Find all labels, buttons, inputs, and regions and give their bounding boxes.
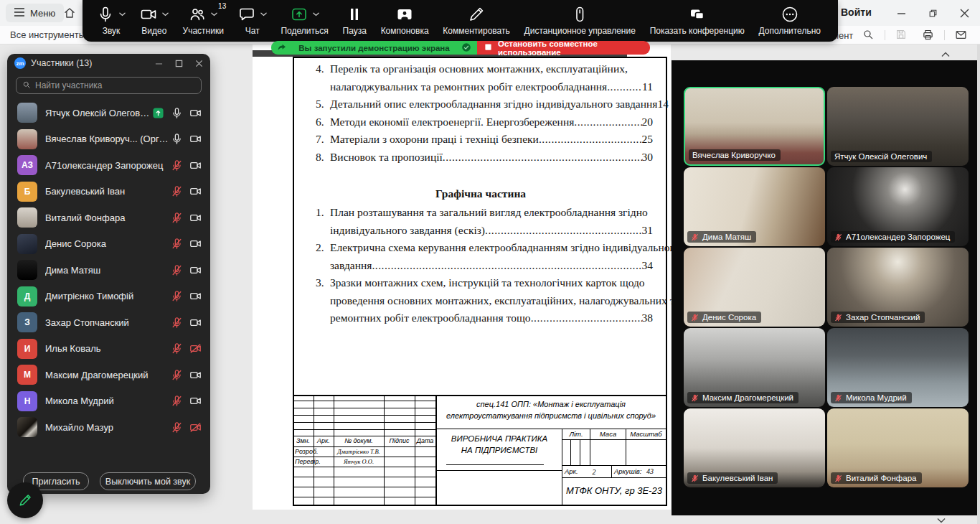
video-tile[interactable]: Максим Драгомерецкий [684, 328, 825, 407]
toolbar-more-button[interactable]: Дополнительно [759, 4, 821, 36]
section-heading: Графічна частина [308, 185, 653, 203]
annotation-pencil-button[interactable] [7, 482, 43, 518]
camera-icon [189, 395, 202, 407]
participant-row[interactable]: ДДмитрієнко Тимофій [7, 284, 210, 310]
toolbar-chat-button[interactable]: Чат [238, 4, 267, 36]
toc-page-number: 30 [642, 149, 654, 167]
participant-row[interactable]: ББакулевський Іван [7, 179, 210, 205]
video-tile[interactable]: А71олександер Запорожец [827, 167, 969, 246]
stop-share-button[interactable]: Остановить совместное использование [477, 41, 650, 55]
app-menu-button[interactable]: Меню [6, 4, 64, 22]
chevron-down-icon[interactable] [211, 12, 217, 17]
window-close-button[interactable] [954, 5, 974, 21]
toolbar-remote-control-button[interactable]: Дистанционное управление [524, 4, 636, 36]
camera-icon [189, 264, 202, 276]
panel-close-icon[interactable] [192, 57, 206, 70]
participant-row[interactable]: ИИлья Коваль [7, 336, 210, 362]
layout-icon [396, 6, 413, 23]
camera-icon [189, 107, 202, 119]
mail-icon[interactable] [955, 29, 967, 41]
participant-row[interactable]: Вячеслав Криворуч... (Организатор) [7, 126, 210, 153]
participants-count-badge: 13 [218, 2, 226, 10]
home-icon[interactable] [60, 4, 79, 22]
participant-name: Микола Мудрий [45, 396, 171, 406]
participant-name: Максим Драгомерецкий [45, 370, 171, 380]
toolbar-share-button[interactable]: Поделиться [281, 4, 328, 36]
participant-search[interactable] [16, 77, 202, 94]
zoom-meeting-toolbar: ЗвукВидео13УчастникиЧатПоделитьсяПаузаКо… [83, 0, 838, 42]
video-tile[interactable]: Виталий Фонфара [827, 408, 969, 487]
toolbar-participants-button[interactable]: 13Участники [183, 4, 224, 36]
video-tile[interactable]: Микола Мудрий [827, 328, 969, 407]
save-icon[interactable] [895, 29, 907, 40]
window-restore-button[interactable] [923, 5, 943, 21]
participant-row[interactable]: Дима Матяш [7, 257, 210, 284]
avatar [17, 129, 37, 149]
toc-line-text: Висновок та пропозиції [330, 149, 443, 167]
toolbar-label: Показать конференцию [650, 26, 745, 36]
participant-row[interactable]: Ятчук Олексій Олегович (Я) [7, 100, 210, 126]
panel-maximize-icon[interactable] [171, 57, 186, 70]
toolbar-separator [944, 30, 945, 40]
tb-line [666, 395, 667, 506]
participants-panel-header: zm Участники (13) [7, 54, 210, 72]
print-icon[interactable] [922, 29, 934, 41]
toolbar-video-button[interactable]: Видео [140, 4, 169, 36]
video-tile[interactable]: Бакулевський Іван [684, 408, 825, 487]
window-minimize-button[interactable] [891, 5, 911, 21]
toc-page-number: 25 [642, 131, 654, 149]
participant-row[interactable]: Денис Сорока [7, 231, 210, 258]
video-tile[interactable]: Денис Сорока [684, 248, 825, 327]
tb-lit-label: Літ. [562, 429, 590, 439]
tb-line [562, 465, 667, 466]
toc-line-text: Детальний опис електрообладнання згідно … [330, 95, 657, 113]
camera-off-icon [189, 342, 202, 355]
video-name-pill: Бакулевський Іван [687, 472, 778, 484]
participant-search-input[interactable] [35, 80, 195, 90]
participant-row[interactable]: АЗА71олександер Запорожец [7, 152, 210, 179]
participant-row[interactable]: Михайло Мазур [7, 414, 210, 441]
chevron-down-icon[interactable] [260, 12, 267, 17]
toc-line: 7.Матеріали з охорони праці і техніці бе… [308, 131, 653, 149]
toc-line-number: 4. [316, 60, 324, 78]
mic-muted-icon [834, 394, 842, 402]
mic-muted-icon [834, 314, 842, 322]
toolbar-annotate-button[interactable]: Комментировать [443, 4, 509, 36]
scroll-up-icon[interactable] [941, 47, 950, 60]
mic-icon [171, 133, 183, 145]
toc-line-text: індивідуального завдання (ескіз) [330, 222, 485, 240]
dot-leader: ........................................… [607, 78, 642, 96]
avatar [17, 234, 37, 254]
login-button[interactable]: Войти [841, 6, 872, 18]
mic-muted-icon [834, 233, 842, 241]
toolbar-label: Поделиться [281, 26, 328, 36]
participant-row[interactable]: Виталий Фонфара [7, 205, 210, 231]
chevron-down-icon[interactable] [119, 12, 126, 17]
video-tile[interactable]: Ятчук Олексій Олегович [827, 87, 969, 166]
toc-line: 5.Детальний опис електрообладнання згідн… [308, 95, 653, 113]
toolbar-label: Компоновка [381, 26, 429, 36]
all-tools-label[interactable]: Все инструменты [10, 29, 85, 40]
toolbar-layout-button[interactable]: Компоновка [381, 4, 429, 36]
scrollbar-track[interactable] [977, 45, 980, 524]
chevron-down-icon[interactable] [162, 12, 169, 17]
participant-row[interactable]: НМикола Мудрий [7, 388, 210, 415]
video-tile[interactable]: Вячеслав Криворучко [684, 87, 825, 166]
tb-doc-title-line1: ВИРОБНИЧА ПРАКТИКА [438, 434, 561, 445]
video-participant-name: Захар Стопчанский [846, 313, 920, 322]
toolbar-sound-button[interactable]: Звук [97, 4, 126, 36]
toolbar-pause-button[interactable]: Пауза [343, 4, 367, 36]
screen-share-icon [277, 42, 287, 54]
video-tile[interactable]: Захар Стопчанский [827, 248, 969, 327]
search-icon[interactable] [862, 29, 874, 40]
video-tile[interactable]: Дима Матяш [684, 167, 825, 246]
toolbar-show-meeting-button[interactable]: Показать конференцию [650, 4, 745, 36]
participant-row[interactable]: ММаксим Драгомерецкий [7, 362, 210, 388]
mute-my-audio-button[interactable]: Выключить мой звук [100, 472, 196, 490]
chevron-down-icon[interactable] [313, 12, 319, 17]
participant-row[interactable]: ЗЗахар Стопчанский [7, 309, 210, 336]
panel-minimize-icon[interactable] [151, 57, 166, 70]
toc-line-number: 7. [316, 131, 324, 149]
video-name-pill: Дима Матяш [687, 231, 756, 243]
tb-line [293, 477, 435, 477]
